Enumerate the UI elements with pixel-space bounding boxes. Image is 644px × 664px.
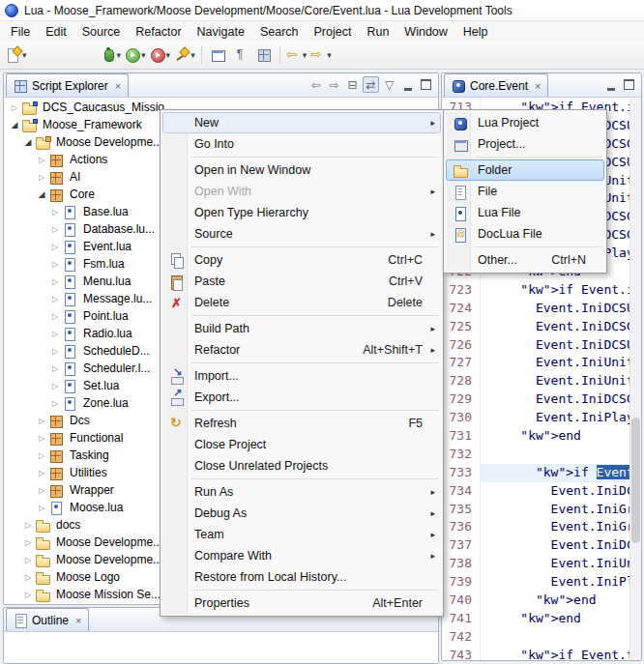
tab-core-event[interactable]: Core.Event ×: [444, 73, 548, 97]
code-line-729[interactable]: 729 Event.IniDCSGroupName = "": [442, 390, 629, 409]
menu-refactor[interactable]: Refactor: [128, 23, 189, 41]
back-button[interactable]: ▾: [284, 43, 309, 67]
code-line-731[interactable]: 731 "kw">end: [442, 427, 629, 446]
dropdown-caret-icon[interactable]: ▾: [22, 50, 27, 60]
context-go-into-menu-item[interactable]: Go Into: [162, 133, 441, 155]
context-source-menu-item[interactable]: Source▸: [162, 223, 441, 245]
expand-arrow-icon[interactable]: ▷: [35, 504, 48, 512]
code-line-726[interactable]: 726 Event.IniDCSUnitName = Event.IniDCSU…: [442, 336, 629, 355]
show-whitespace-button[interactable]: [229, 43, 252, 67]
run-button[interactable]: ▾: [123, 43, 148, 67]
code-line-742[interactable]: 742: [442, 628, 629, 647]
expand-arrow-icon[interactable]: ▷: [48, 364, 62, 373]
collapse-arrow-icon[interactable]: ◢: [21, 137, 35, 147]
new-file-menu-item[interactable]: File: [446, 181, 604, 202]
code-line-738[interactable]: 738 Event.IniUnitName = Event.IniDCSUnit…: [442, 555, 629, 573]
dropdown-caret-icon[interactable]: ▾: [327, 50, 332, 60]
minimize-view-icon[interactable]: [399, 76, 416, 93]
dropdown-caret-icon[interactable]: ▾: [303, 50, 307, 60]
scrollbar-thumb[interactable]: [631, 418, 640, 543]
expand-arrow-icon[interactable]: ▷: [21, 591, 35, 599]
expand-arrow-icon[interactable]: ▷: [21, 556, 35, 564]
expand-arrow-icon[interactable]: ▷: [48, 277, 62, 286]
dropdown-caret-icon[interactable]: ▾: [141, 50, 146, 60]
context-close-project-menu-item[interactable]: Close Project: [162, 434, 441, 455]
expand-arrow-icon[interactable]: ▷: [35, 486, 48, 495]
collapse-arrow-icon[interactable]: ◢: [35, 189, 48, 199]
code-line-734[interactable]: 734 Event.IniDCSGroupName = Event.IniDCS…: [442, 482, 629, 501]
new-window-button[interactable]: [206, 43, 229, 67]
external-tools-button[interactable]: ▾: [172, 43, 197, 67]
expand-arrow-icon[interactable]: ▷: [21, 521, 35, 530]
context-run-as-menu-item[interactable]: Run As▸: [162, 481, 441, 503]
show-view-button[interactable]: [252, 43, 276, 67]
menu-run[interactable]: Run: [359, 23, 396, 41]
code-line-727[interactable]: 727 Event.IniUnitName = Event.IniDCSUnit…: [442, 354, 629, 372]
close-tab-icon[interactable]: ×: [115, 80, 121, 92]
expand-arrow-icon[interactable]: ▷: [48, 260, 62, 269]
tab-outline[interactable]: Outline ×: [6, 608, 89, 631]
close-tab-icon[interactable]: ×: [535, 80, 541, 92]
code-line-733[interactable]: 733 "kw">if Event.IniDCSGroup "kw">then: [442, 464, 629, 482]
context-open-type-hierarchy-menu-item[interactable]: Open Type Hierarchy: [162, 202, 441, 223]
context-properties-menu-item[interactable]: PropertiesAlt+Enter: [162, 592, 441, 614]
expand-arrow-icon[interactable]: ▷: [48, 330, 62, 338]
new-lua-file-menu-item[interactable]: Lua File: [446, 202, 604, 223]
debug-button[interactable]: ▾: [99, 43, 124, 67]
expand-arrow-icon[interactable]: ▷: [48, 347, 62, 356]
forward-button[interactable]: ▾: [308, 43, 334, 67]
menu-window[interactable]: Window: [396, 23, 454, 41]
context-team-menu-item[interactable]: Team▸: [162, 524, 441, 545]
code-line-730[interactable]: 730 Event.IniPlayerName = Event.IniDCSUn…: [442, 409, 629, 427]
code-line-732[interactable]: 732: [442, 446, 629, 464]
context-close-unrelated-projects-menu-item[interactable]: Close Unrelated Projects: [162, 455, 441, 476]
expand-arrow-icon[interactable]: ▷: [35, 469, 48, 477]
expand-arrow-icon[interactable]: ▷: [21, 538, 35, 547]
expand-arrow-icon[interactable]: ▷: [35, 156, 48, 164]
context-paste-menu-item[interactable]: PasteCtrl+V: [162, 271, 441, 292]
collapse-all-icon[interactable]: ⊟: [344, 76, 361, 93]
expand-arrow-icon[interactable]: ▷: [35, 173, 48, 182]
dropdown-caret-icon[interactable]: ▾: [166, 50, 171, 60]
code-line-740[interactable]: 740 "kw">end: [442, 592, 629, 610]
context-copy-menu-item[interactable]: CopyCtrl+C: [162, 249, 441, 271]
code-line-724[interactable]: 724 Event.IniDCSUnit = Event.initiator: [442, 300, 629, 318]
context-export-menu-item[interactable]: Export...: [162, 387, 441, 408]
context-restore-from-local-history-menu-item[interactable]: Restore from Local History...: [162, 566, 441, 588]
menu-search[interactable]: Search: [252, 23, 307, 41]
expand-arrow-icon[interactable]: ▷: [48, 399, 62, 408]
new-doclua-file-menu-item[interactable]: DocLua File: [446, 223, 604, 245]
code-line-723[interactable]: 723 "kw">if Event.initiator "kw">then: [442, 281, 629, 300]
link-with-editor-icon[interactable]: ⇄: [363, 76, 379, 93]
tab-script-explorer[interactable]: Script Explorer ×: [6, 73, 129, 97]
new-wizard-button[interactable]: ▾: [4, 43, 29, 67]
expand-arrow-icon[interactable]: ▷: [48, 208, 62, 217]
menu-navigate[interactable]: Navigate: [190, 23, 252, 41]
context-refresh-menu-item[interactable]: RefreshF5: [162, 413, 441, 434]
menu-project[interactable]: Project: [307, 23, 360, 41]
context-import-menu-item[interactable]: Import...: [162, 365, 441, 387]
context-delete-menu-item[interactable]: DeleteDelete: [162, 292, 441, 313]
dropdown-caret-icon[interactable]: ▾: [190, 50, 195, 60]
context-debug-as-menu-item[interactable]: Debug As▸: [162, 503, 441, 524]
code-line-728[interactable]: 728 Event.IniUnit = UNIT:FindByName( Eve…: [442, 372, 629, 390]
context-refactor-menu-item[interactable]: RefactorAlt+Shift+T▸: [162, 339, 441, 361]
expand-arrow-icon[interactable]: ▷: [48, 225, 62, 234]
code-line-725[interactable]: 725 Event.IniDCSGroup = Event.IniDCSUnit…: [442, 318, 629, 336]
context-new-menu-item[interactable]: New▸: [162, 112, 441, 133]
code-line-743[interactable]: 743 "kw">if Event.ta: [442, 647, 629, 660]
expand-arrow-icon[interactable]: ▷: [35, 434, 48, 443]
expand-arrow-icon[interactable]: ▷: [48, 312, 62, 321]
back-icon[interactable]: ⇦: [307, 76, 324, 93]
expand-arrow-icon[interactable]: ▷: [35, 451, 48, 460]
context-build-path-menu-item[interactable]: Build Path▸: [162, 318, 441, 339]
maximize-view-icon[interactable]: [621, 76, 637, 93]
expand-arrow-icon[interactable]: ▷: [8, 103, 21, 112]
code-line-739[interactable]: 739 Event.IniPlayerName = Event.IniDCSUn…: [442, 573, 629, 592]
code-line-736[interactable]: 736 Event.IniGroup = GROUP:FindByName( E…: [442, 518, 629, 536]
editor-scrollbar[interactable]: [629, 99, 641, 660]
menu-edit[interactable]: Edit: [38, 23, 74, 41]
context-compare-with-menu-item[interactable]: Compare With▸: [162, 545, 441, 566]
close-tab-icon[interactable]: ×: [75, 615, 81, 626]
expand-arrow-icon[interactable]: ▷: [35, 417, 48, 425]
